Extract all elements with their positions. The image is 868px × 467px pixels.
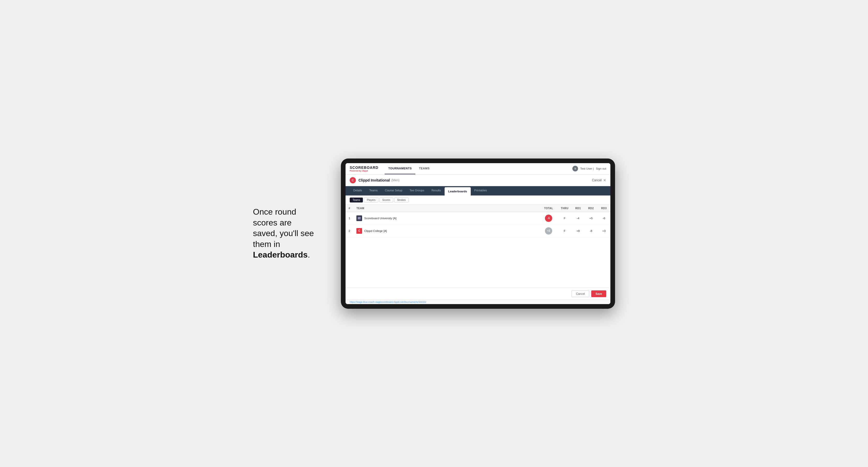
svg-rect-3 [358, 218, 360, 219]
main-nav-tabs: TOURNAMENTS TEAMS [384, 163, 572, 175]
table-row: 2 C Clippd College [A] +3 F [345, 224, 610, 237]
row2-rd2: -8 [585, 224, 597, 237]
intro-line2: scores are [253, 218, 291, 227]
leaderboard-content: # TEAM TOTAL THRU RD1 RD2 RD3 1 [345, 205, 610, 256]
table-row: 1 [345, 212, 610, 224]
tab-results[interactable]: Results [428, 186, 444, 195]
row2-rd3: +3 [597, 224, 610, 237]
intro-line1: Once round [253, 207, 296, 216]
intro-period: . [308, 250, 310, 259]
tablet-screen: SCOREBOARD Powered by clippd TOURNAMENTS… [345, 163, 610, 304]
row1-thru: F [558, 212, 571, 224]
intro-line4: them in [253, 240, 280, 249]
tournament-gender: (Men) [391, 179, 399, 182]
col-rank: # [345, 205, 353, 212]
col-rd1: RD1 [571, 205, 585, 212]
url-bar: https://stage-blue-coach.stagescoreboard… [345, 300, 610, 304]
modal-footer: Cancel Save [345, 287, 610, 300]
col-rd3: RD3 [597, 205, 610, 212]
leaderboard-table: # TEAM TOTAL THRU RD1 RD2 RD3 1 [345, 205, 610, 238]
row1-team-cell: Scoreboard University [A] [353, 212, 539, 224]
tournament-name: Clippd Invitational [359, 178, 390, 182]
table-body: 1 [345, 212, 610, 237]
svg-rect-1 [358, 217, 361, 218]
intro-line5-bold: Leaderboards [253, 250, 308, 259]
filter-players[interactable]: Players [364, 197, 378, 203]
tablet-device: SCOREBOARD Powered by clippd TOURNAMENTS… [341, 158, 615, 309]
tournament-cancel-button[interactable]: Cancel ✕ [592, 178, 606, 182]
nav-tab-tournaments[interactable]: TOURNAMENTS [384, 163, 415, 175]
tab-teams[interactable]: Teams [366, 186, 381, 195]
row2-team-cell: C Clippd College [A] [353, 224, 539, 237]
filter-teams[interactable]: Teams [350, 197, 363, 203]
table-header: # TEAM TOTAL THRU RD1 RD2 RD3 [345, 205, 610, 212]
sign-out-link[interactable]: Sign out [596, 167, 606, 170]
row1-rd1: -4 [571, 212, 585, 224]
footer-cancel-button[interactable]: Cancel [571, 290, 589, 297]
close-icon: ✕ [603, 178, 606, 182]
filter-scores[interactable]: Scores [379, 197, 393, 203]
row2-total-cell: +3 [539, 224, 558, 237]
tab-details[interactable]: Details [350, 186, 366, 195]
footer-save-button[interactable]: Save [591, 290, 606, 297]
tab-printables[interactable]: Printables [471, 186, 491, 195]
row2-team-logo: C [356, 228, 362, 234]
col-rd2: RD2 [585, 205, 597, 212]
row1-rd2: +5 [585, 212, 597, 224]
row2-thru: F [558, 224, 571, 237]
url-text: https://stage-blue-coach.stagescoreboard… [350, 301, 426, 303]
row1-rank: 1 [345, 212, 353, 224]
sub-nav: Details Teams Course Setup Tee Groups Re… [345, 186, 610, 195]
col-thru: THRU [558, 205, 571, 212]
nav-right: S Test User | Sign out [572, 166, 606, 172]
user-avatar: S [572, 166, 578, 172]
nav-tab-teams[interactable]: TEAMS [415, 163, 433, 175]
intro-text: Once round scores are saved, you'll see … [253, 207, 326, 260]
tournament-icon: C [350, 177, 356, 183]
row1-rd3: -6 [597, 212, 610, 224]
logo-sub: Powered by clippd [350, 169, 378, 172]
row1-team-name: Scoreboard University [A] [364, 217, 397, 220]
filter-bar: Teams Players Scores Strokes [345, 195, 610, 205]
tab-course-setup[interactable]: Course Setup [381, 186, 406, 195]
logo-area: SCOREBOARD Powered by clippd [350, 165, 378, 172]
cancel-label: Cancel [592, 179, 601, 182]
row1-team-logo [356, 215, 362, 221]
top-nav: SCOREBOARD Powered by clippd TOURNAMENTS… [345, 163, 610, 175]
user-name: Test User | [580, 167, 594, 170]
filter-strokes[interactable]: Strokes [394, 197, 409, 203]
empty-space [345, 256, 610, 287]
row2-score-badge: +3 [545, 227, 552, 235]
row2-rank: 2 [345, 224, 353, 237]
intro-line3: saved, you'll see [253, 228, 314, 238]
row2-rd1: +8 [571, 224, 585, 237]
col-total: TOTAL [539, 205, 558, 212]
row1-total-cell: -5 [539, 212, 558, 224]
tab-tee-groups[interactable]: Tee Groups [406, 186, 428, 195]
row1-score-badge: -5 [545, 215, 552, 222]
logo-text: SCOREBOARD [350, 165, 378, 169]
tab-leaderboards[interactable]: Leaderboards [444, 187, 471, 195]
tournament-header: C Clippd Invitational (Men) Cancel ✕ [345, 175, 610, 186]
row2-team-name: Clippd College [A] [364, 229, 387, 232]
col-team: TEAM [353, 205, 539, 212]
svg-rect-2 [358, 218, 361, 218]
